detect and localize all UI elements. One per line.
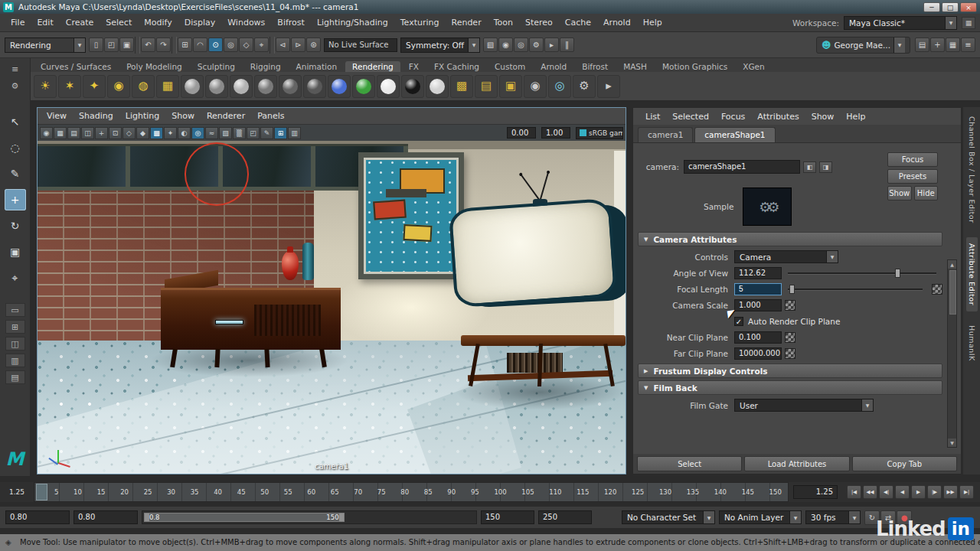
user-account-button[interactable]: ☻ George Mae... ▼: [816, 37, 910, 54]
hypershade-icon[interactable]: ◉: [524, 75, 547, 98]
tab-attribute-editor[interactable]: Attribute Editor: [966, 237, 978, 311]
oversan-icon[interactable]: ⊡: [109, 127, 122, 139]
attribute-editor-tab[interactable]: cameraShape1: [694, 127, 775, 142]
near-clip-field[interactable]: 0.100: [734, 331, 782, 344]
shaderfx-icon[interactable]: [426, 75, 449, 98]
exposure-field[interactable]: 0.00: [507, 127, 536, 139]
attribute-editor-menu[interactable]: Attributes: [751, 112, 805, 122]
grease-pencil-icon[interactable]: ✎: [260, 127, 273, 139]
phong-e-icon[interactable]: [303, 75, 326, 98]
shelf-tab[interactable]: Poly Modeling: [119, 61, 189, 72]
shelf-tab[interactable]: Motion Graphics: [655, 61, 734, 72]
smooth-shade-icon[interactable]: ◆: [136, 127, 149, 139]
film-gate-dropdown[interactable]: User ▼: [734, 399, 874, 412]
anim-layer-selector[interactable]: No Anim Layer ▼: [719, 510, 802, 524]
file-new-icon[interactable]: ▯: [89, 37, 103, 52]
show-button[interactable]: Show: [887, 186, 912, 201]
motion-blur-icon[interactable]: ≈: [205, 127, 218, 139]
scroll-down-icon[interactable]: ▼: [948, 439, 956, 447]
animation-end-field[interactable]: 250: [538, 510, 592, 524]
image-plane-icon[interactable]: ◫: [81, 127, 94, 139]
shelf-tab[interactable]: FX Caching: [427, 61, 486, 72]
shelf-tab[interactable]: Arnold: [534, 61, 573, 72]
phong-icon[interactable]: [279, 75, 302, 98]
textured-icon[interactable]: ▩: [150, 127, 163, 139]
step-forward-key-button[interactable]: ▶▶: [943, 485, 958, 499]
2d-pan-zoom-icon[interactable]: +: [95, 127, 108, 139]
attribute-editor-menu[interactable]: Focus: [715, 112, 751, 122]
film-back-section[interactable]: ▼ Film Back: [638, 380, 942, 395]
shelf-tab[interactable]: Rendering: [345, 61, 400, 72]
panel-menu-item[interactable]: Renderer: [201, 111, 251, 121]
point-light-icon[interactable]: ✦: [83, 75, 106, 98]
open-render-view-icon[interactable]: ▧: [483, 37, 498, 52]
channel-box-toggle-icon[interactable]: ≡: [961, 37, 975, 52]
rotate-tool-icon[interactable]: ↻: [5, 215, 26, 236]
animation-start-field[interactable]: 0.80: [5, 510, 70, 524]
gamma-field[interactable]: 1.00: [541, 127, 570, 139]
render-view-icon[interactable]: ◎: [548, 75, 571, 98]
ambient-occlusion-icon[interactable]: ◎: [191, 127, 204, 139]
go-to-start-button[interactable]: |◀: [847, 485, 861, 499]
abstract-painting[interactable]: [358, 152, 464, 279]
undo-icon[interactable]: ↶: [141, 37, 155, 52]
shelf-tab[interactable]: XGen: [736, 61, 771, 72]
attribute-editor-bottom-button[interactable]: Copy Tab: [852, 456, 957, 471]
red-vase[interactable]: [282, 251, 299, 279]
close-button[interactable]: ×: [960, 2, 977, 12]
focal-length-input[interactable]: [734, 283, 782, 295]
render-current-frame-icon[interactable]: ◉: [498, 37, 513, 52]
show-input-connections-icon[interactable]: ◧: [803, 161, 816, 173]
range-start-handle[interactable]: [145, 514, 149, 521]
scroll-up-icon[interactable]: ▲: [948, 260, 956, 269]
snap-to-projected-center-icon[interactable]: ◎: [224, 37, 238, 52]
hud-icon[interactable]: ▥: [288, 127, 301, 139]
panel-menu-item[interactable]: View: [41, 111, 73, 121]
range-slider-bar-handle[interactable]: 0.8 150: [144, 513, 345, 522]
shelf-tab[interactable]: MASH: [616, 61, 654, 72]
camera-select-icon[interactable]: ◉: [40, 127, 53, 139]
menu-item[interactable]: Create: [60, 18, 100, 28]
render-settings-icon[interactable]: ⚙: [529, 37, 544, 52]
workspace-menu-icon[interactable]: ≡: [9, 64, 21, 75]
camera-attributes-section[interactable]: ▼ Camera Attributes: [638, 232, 942, 246]
ipr-render-icon[interactable]: ◎: [514, 37, 528, 52]
teal-vase[interactable]: [302, 243, 314, 280]
show-output-connections-icon[interactable]: ◨: [819, 161, 832, 173]
lambert-icon[interactable]: [254, 75, 277, 98]
minimize-button[interactable]: ─: [923, 2, 940, 12]
multisample-icon[interactable]: ▧: [219, 127, 232, 139]
menu-item[interactable]: File: [5, 18, 31, 28]
playback-start-field[interactable]: 0.80: [74, 510, 138, 524]
attribute-editor-menu[interactable]: Show: [805, 112, 841, 122]
fps-selector[interactable]: 30 fps ▼: [805, 510, 861, 524]
maximize-button[interactable]: □: [942, 2, 959, 12]
focal-length-map-icon[interactable]: [932, 284, 942, 295]
xray-icon[interactable]: ▒: [233, 127, 246, 139]
snap-to-points-icon[interactable]: ⊙: [208, 37, 223, 52]
scrollbar-thumb[interactable]: [949, 270, 956, 315]
directional-light-icon[interactable]: ✶: [58, 75, 81, 98]
focus-button[interactable]: Focus: [887, 152, 938, 167]
tab-humanik[interactable]: HumanIK: [966, 319, 978, 367]
file-texture-icon[interactable]: ▣: [499, 75, 522, 98]
scale-tool-icon[interactable]: ▣: [5, 241, 26, 262]
attribute-editor-bottom-button[interactable]: Select: [637, 456, 742, 471]
ramp-shader-icon[interactable]: [352, 75, 375, 98]
wireframe-icon[interactable]: ◇: [122, 127, 136, 139]
step-back-frame-button[interactable]: ◀|: [879, 485, 893, 499]
focal-length-slider[interactable]: [788, 283, 923, 295]
shelf-tab[interactable]: Rigging: [243, 61, 288, 72]
four-pane-layout-button[interactable]: ⊞: [5, 320, 25, 334]
separator[interactable]: [172, 37, 177, 54]
range-end-handle[interactable]: [339, 514, 344, 521]
camera-scale-map-icon[interactable]: [785, 300, 795, 311]
attribute-editor-bottom-button[interactable]: Load Attributes: [744, 456, 849, 471]
current-frame-field[interactable]: 1.25: [793, 485, 838, 499]
angle-of-view-field[interactable]: 112.62: [734, 267, 782, 279]
panel-menu-item[interactable]: Show: [165, 111, 201, 121]
attribute-editor-menu[interactable]: Selected: [666, 112, 715, 122]
menu-item[interactable]: Texturing: [394, 18, 446, 28]
single-pane-layout-button[interactable]: ▭: [5, 303, 25, 317]
workspace-settings-icon[interactable]: ⚙: [9, 81, 21, 92]
